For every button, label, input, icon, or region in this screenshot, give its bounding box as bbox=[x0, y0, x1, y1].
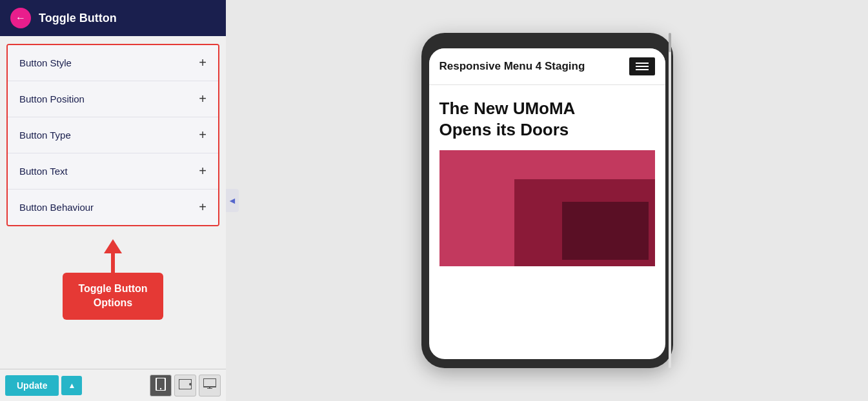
tooltip-line1: Toggle Button bbox=[78, 283, 147, 294]
hamburger-line-1 bbox=[636, 63, 649, 64]
tooltip-line2: Options bbox=[94, 297, 132, 308]
main-content: ◄ Responsive Menu 4 Staging The New bbox=[226, 0, 868, 401]
arrow-shaft bbox=[111, 253, 115, 273]
accordion-label-button-position: Button Position bbox=[19, 93, 85, 104]
back-icon: ← bbox=[15, 12, 26, 24]
collapse-panel-button[interactable]: ◄ bbox=[226, 189, 239, 212]
update-arrow-button[interactable]: ▲ bbox=[61, 376, 82, 395]
left-panel: ← Toggle Button Button Style + Button Po… bbox=[0, 0, 226, 401]
website-hero-inner-block-2 bbox=[562, 202, 649, 260]
accordion-plus-button-behaviour: + bbox=[199, 200, 207, 215]
accordion-label-button-text: Button Text bbox=[19, 166, 68, 177]
desktop-icon bbox=[203, 378, 216, 392]
accordion-container: Button Style + Button Position + Button … bbox=[6, 44, 219, 226]
headline-line2: Opens its Doors bbox=[439, 120, 569, 139]
back-button[interactable]: ← bbox=[10, 8, 31, 28]
accordion-item-button-text[interactable]: Button Text + bbox=[8, 153, 218, 190]
toggle-button-options-tooltip: Toggle Button Options bbox=[63, 273, 163, 320]
accordion-item-button-style[interactable]: Button Style + bbox=[8, 45, 218, 81]
panel-header: ← Toggle Button bbox=[0, 0, 226, 36]
tablet-icon bbox=[179, 379, 192, 392]
accordion-label-button-style: Button Style bbox=[19, 57, 72, 68]
device-desktop-button[interactable] bbox=[199, 375, 221, 396]
phone-notch bbox=[429, 42, 665, 47]
phone-screen: Responsive Menu 4 Staging The New UMoMA … bbox=[429, 48, 665, 359]
accordion-item-button-position[interactable]: Button Position + bbox=[8, 81, 218, 117]
annotation-area: Toggle Button Options bbox=[0, 239, 226, 320]
accordion-label-button-behaviour: Button Behaviour bbox=[19, 202, 94, 213]
hamburger-button[interactable] bbox=[629, 57, 655, 75]
website-logo: Responsive Menu 4 Staging bbox=[439, 60, 585, 73]
device-tablet-button[interactable] bbox=[174, 375, 196, 396]
mobile-icon bbox=[156, 378, 166, 393]
website-headline: The New UMoMA Opens its Doors bbox=[439, 98, 655, 140]
accordion-plus-button-type: + bbox=[199, 128, 207, 142]
accordion-plus-button-position: + bbox=[199, 92, 207, 106]
collapse-arrow-icon: ◄ bbox=[228, 195, 237, 206]
device-mobile-button[interactable] bbox=[150, 375, 172, 396]
accordion-item-button-behaviour[interactable]: Button Behaviour + bbox=[8, 190, 218, 225]
headline-line1: The New UMoMA bbox=[439, 99, 576, 118]
bottom-toolbar: Update ▲ bbox=[0, 369, 226, 401]
arrow-up-icon bbox=[104, 239, 122, 253]
accordion-label-button-type: Button Type bbox=[19, 130, 71, 141]
update-button[interactable]: Update bbox=[5, 375, 59, 396]
accordion-plus-button-text: + bbox=[199, 164, 207, 179]
website-body: The New UMoMA Opens its Doors bbox=[429, 85, 665, 359]
phone-mockup: Responsive Menu 4 Staging The New UMoMA … bbox=[421, 33, 673, 368]
website-hero-image bbox=[439, 150, 655, 266]
svg-point-3 bbox=[190, 384, 191, 385]
website-header: Responsive Menu 4 Staging bbox=[429, 48, 665, 85]
panel-title: Toggle Button bbox=[39, 12, 117, 25]
hamburger-line-2 bbox=[636, 66, 649, 67]
hamburger-line-3 bbox=[636, 69, 649, 70]
svg-point-1 bbox=[160, 387, 161, 389]
accordion-plus-button-style: + bbox=[199, 55, 207, 70]
accordion-item-button-type[interactable]: Button Type + bbox=[8, 117, 218, 153]
svg-rect-4 bbox=[203, 378, 216, 387]
